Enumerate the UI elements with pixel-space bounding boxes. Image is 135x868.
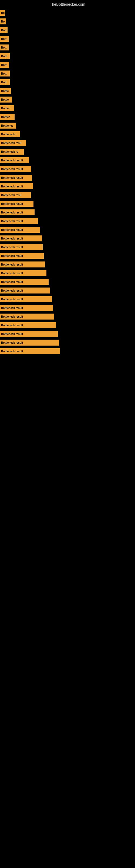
bar-label: Bott	[1, 29, 6, 32]
bar-label: Bo	[1, 20, 5, 23]
bottleneck-bar: Bottle	[0, 97, 12, 102]
bottleneck-bar: Bott	[0, 44, 9, 51]
bar-label: Bottleneck result	[1, 298, 23, 301]
bar-row: Bottle	[0, 96, 135, 103]
bar-row: Bott	[0, 27, 135, 34]
bar-row: Bottleneck result	[0, 278, 135, 285]
bottleneck-bar: Bottleneck result	[0, 183, 33, 189]
bar-row: Bottlenec	[0, 122, 135, 129]
bottleneck-bar: Bott	[0, 27, 8, 33]
bar-row: Bottleneck resu	[0, 191, 135, 198]
bar-row: Bottleneck result	[0, 157, 135, 164]
bottleneck-bar: Bott	[0, 79, 10, 85]
bar-label: Bottleneck result	[1, 211, 23, 214]
bar-label: Bottleneck result	[1, 289, 23, 292]
bar-row: Bottleneck result	[0, 322, 135, 329]
bar-label: Bott	[1, 81, 6, 84]
bar-label: Bottleneck result	[1, 203, 23, 205]
bar-label: Bott	[1, 37, 6, 40]
bar-label: Bottleneck result	[1, 341, 23, 344]
bar-row: Bottleneck result	[0, 244, 135, 251]
bottleneck-bar: Bottleneck result	[0, 227, 40, 233]
bottleneck-bar: Bottleneck result	[0, 166, 31, 172]
bar-row: Bott	[0, 44, 135, 51]
bottleneck-bar: Bottleneck result	[0, 201, 34, 207]
bar-label: Bottler	[1, 116, 10, 119]
bar-row: Bottleneck result	[0, 226, 135, 233]
bar-label: Bottleneck result	[1, 254, 23, 257]
bar-row: Bottleneck result	[0, 209, 135, 216]
bottleneck-bar: Bott	[0, 62, 9, 68]
bar-row: Bottleneck result	[0, 313, 135, 320]
bar-row: Bottler	[0, 113, 135, 120]
bar-row: Bott	[0, 61, 135, 68]
bar-row: Bottleneck result	[0, 252, 135, 259]
bar-row: Bottl	[0, 53, 135, 60]
bar-row: Bottleneck result	[0, 183, 135, 190]
bottleneck-bar: Bottleneck result	[0, 157, 29, 163]
bar-row: Bottleneck result	[0, 296, 135, 303]
bottleneck-bar: Bottlenec	[0, 123, 16, 129]
bottleneck-bar: Bottleneck result	[0, 314, 54, 319]
bar-label: Bottleneck result	[1, 237, 23, 240]
bar-label: Bott	[1, 63, 6, 66]
bar-label: Bottleneck result	[1, 272, 23, 275]
bar-label: Bott	[1, 46, 6, 49]
bar-label: Bottleneck result	[1, 350, 23, 353]
bar-label: Bottleneck result	[1, 333, 23, 336]
bottleneck-bar: Bottleneck result	[0, 244, 43, 250]
bottleneck-bar: Bottleneck resu	[0, 140, 26, 146]
bottleneck-bar: Bottleneck result	[0, 287, 50, 293]
bottleneck-bar: Bottler	[0, 114, 14, 120]
bar-row: Bottleneck result	[0, 200, 135, 207]
bottleneck-bar: Bottleneck result	[0, 348, 60, 354]
bottleneck-bar: Bottle	[0, 88, 11, 94]
bar-label: Bottleneck result	[1, 185, 23, 188]
bar-label: Bo	[1, 11, 5, 14]
bar-label: Bottl	[1, 55, 7, 58]
bar-label: Bottleneck result	[1, 176, 23, 179]
bar-label: Bottleneck result	[1, 324, 23, 327]
bar-label: Bottleneck resu	[1, 142, 21, 145]
bar-label: Bottleneck resu	[1, 194, 21, 197]
bar-row: Bott	[0, 70, 135, 77]
bottleneck-bar: Bottleneck result	[0, 261, 45, 268]
bottleneck-bar: Bottleneck result	[0, 296, 52, 302]
bar-label: Bottleneck result	[1, 263, 23, 266]
bottleneck-bar: Bottleneck result	[0, 331, 58, 337]
bottleneck-bar: Bottleneck result	[0, 322, 56, 328]
bar-row: Bottleneck result	[0, 304, 135, 311]
bottleneck-bar: Bottleneck re	[0, 149, 24, 155]
bottleneck-bar: Bottleneck result	[0, 253, 44, 259]
bottleneck-bar: Bottlen	[0, 105, 14, 111]
bar-row: Bottle	[0, 87, 135, 94]
bottleneck-bar: Bottl	[0, 53, 10, 59]
bottleneck-bar: Bottleneck result	[0, 305, 53, 311]
bottleneck-bar: Bo	[0, 10, 5, 16]
bar-label: Bottleneck result	[1, 159, 23, 162]
bar-label: Bottlen	[1, 107, 10, 110]
bottleneck-bar: Bottleneck result	[0, 236, 42, 241]
bar-label: Bottleneck result	[1, 315, 23, 318]
bar-row: Bottleneck result	[0, 165, 135, 173]
bar-row: Bottleneck result	[0, 218, 135, 225]
bar-label: Bott	[1, 72, 6, 75]
bar-row: Bo	[0, 9, 135, 16]
bottleneck-bar: Bottleneck result	[0, 279, 49, 285]
bottleneck-bar: Bottleneck result	[0, 175, 32, 181]
bottleneck-bar: Bottleneck resu	[0, 192, 31, 198]
bar-row: Bottleneck result	[0, 261, 135, 268]
bar-label: Bottleneck r	[1, 133, 17, 136]
bottleneck-bar: Bottleneck result	[0, 340, 59, 346]
bar-label: Bottleneck result	[1, 167, 23, 170]
bar-row: Bottleneck result	[0, 348, 135, 355]
bar-row: Bottleneck result	[0, 270, 135, 277]
bar-label: Bottleneck result	[1, 307, 23, 310]
bar-row: Bottleneck result	[0, 174, 135, 181]
bar-row: Bottleneck result	[0, 339, 135, 346]
bar-label: Bottle	[1, 98, 9, 101]
bar-label: Bottle	[1, 90, 9, 93]
bar-row: Bottleneck result	[0, 287, 135, 294]
bar-row: Bottleneck result	[0, 330, 135, 337]
bottleneck-bar: Bottleneck result	[0, 209, 35, 215]
